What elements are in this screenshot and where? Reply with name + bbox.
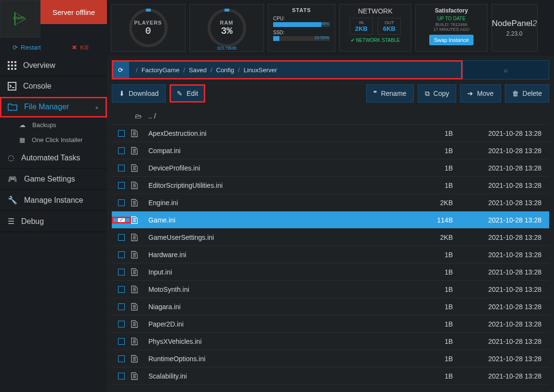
brand-name: NodePanel bbox=[492, 19, 532, 28]
file-name: Hardware.ini bbox=[145, 251, 414, 259]
table-row[interactable]: MotoSynth.ini 1B 2021-10-28 13:28 bbox=[112, 281, 549, 298]
table-row[interactable]: RuntimeOptions.ini 1B 2021-10-28 13:28 bbox=[112, 350, 549, 367]
table-row[interactable]: ApexDestruction.ini 1B 2021-10-28 13:28 bbox=[112, 125, 549, 142]
file-size: 2KB bbox=[414, 199, 462, 207]
file-icon bbox=[131, 216, 145, 224]
sidebar-item-overview[interactable]: Overview bbox=[0, 55, 107, 76]
checkbox[interactable] bbox=[118, 130, 125, 137]
quote-icon: ❞ bbox=[373, 90, 377, 97]
kill-button[interactable]: ✖ Kill bbox=[53, 38, 107, 57]
breadcrumb-seg[interactable]: Config bbox=[216, 66, 235, 74]
brand-version: 2.23.0 bbox=[506, 30, 522, 37]
edit-label: Edit bbox=[186, 90, 198, 97]
checkbox[interactable] bbox=[118, 251, 125, 258]
file-size: 1B bbox=[414, 320, 462, 328]
sidebar-item-manage[interactable]: 🔧 Manage Instance bbox=[0, 190, 107, 211]
cpu-pct: 84.86% bbox=[314, 21, 329, 26]
download-button[interactable]: ⬇ Download bbox=[112, 84, 166, 103]
checkbox[interactable]: ✔ bbox=[118, 217, 125, 223]
checkbox[interactable] bbox=[118, 147, 125, 154]
copy-button[interactable]: ⧉ Copy bbox=[418, 84, 457, 103]
sidebar-item-backups[interactable]: ☁ Backups bbox=[0, 118, 107, 132]
swap-instance-button[interactable]: Swap Instance bbox=[429, 35, 474, 45]
checkbox[interactable] bbox=[118, 199, 125, 206]
file-size: 114B bbox=[414, 216, 462, 224]
checkbox[interactable] bbox=[118, 373, 125, 379]
file-date: 2021-10-28 13:28 bbox=[462, 164, 549, 172]
ssd-pct: 10.59% bbox=[314, 35, 329, 40]
checkbox[interactable] bbox=[118, 234, 125, 241]
move-label: Move bbox=[477, 90, 493, 97]
rename-button[interactable]: ❞ Rename bbox=[366, 84, 414, 103]
table-row[interactable]: ✔ Game.ini 114B 2021-10-28 13:28 bbox=[112, 211, 549, 229]
file-size: 1B bbox=[414, 338, 462, 345]
refresh-icon[interactable]: ⟳ bbox=[112, 60, 129, 79]
trash-icon: 🗑 bbox=[512, 90, 519, 97]
start-button[interactable]: START bbox=[0, 0, 40, 38]
sidebar-item-label: File Manager bbox=[24, 103, 69, 111]
server-status: Server offline bbox=[40, 0, 107, 24]
restart-label: Restart bbox=[21, 44, 41, 51]
table-row[interactable]: Hardware.ini 1B 2021-10-28 13:28 bbox=[112, 246, 549, 263]
sidebar-item-console[interactable]: Console bbox=[0, 76, 107, 97]
copy-icon: ⧉ bbox=[425, 90, 430, 98]
svg-rect-5 bbox=[14, 65, 16, 66]
checkbox[interactable] bbox=[118, 355, 125, 362]
updir-row[interactable]: 🗁 .. / bbox=[112, 107, 549, 125]
checkbox[interactable] bbox=[118, 303, 125, 310]
sidebar-item-gamesettings[interactable]: 🎮 Game Settings bbox=[0, 169, 107, 190]
checkbox[interactable] bbox=[118, 321, 125, 327]
table-row[interactable]: Engine.ini 2KB 2021-10-28 13:28 bbox=[112, 194, 549, 211]
file-icon bbox=[131, 182, 145, 189]
breadcrumb-seg[interactable]: FactoryGame bbox=[142, 66, 180, 74]
move-button[interactable]: ➔ Move bbox=[460, 84, 501, 103]
svg-rect-7 bbox=[11, 68, 13, 70]
checkbox[interactable] bbox=[118, 269, 125, 275]
svg-rect-3 bbox=[8, 65, 10, 66]
brand-suffix: 2 bbox=[532, 19, 537, 28]
sidebar-item-debug[interactable]: ☰ Debug bbox=[0, 211, 107, 232]
file-name: MotoSynth.ini bbox=[145, 286, 414, 293]
delete-button[interactable]: 🗑 Delete bbox=[505, 84, 549, 103]
table-row[interactable]: EditorScriptingUtilities.ini 1B 2021-10-… bbox=[112, 177, 549, 194]
file-date: 2021-10-28 13:28 bbox=[462, 338, 549, 345]
table-row[interactable]: GameUserSettings.ini 2KB 2021-10-28 13:2… bbox=[112, 229, 549, 246]
breadcrumb-seg[interactable]: LinuxServer bbox=[244, 66, 277, 74]
file-icon bbox=[131, 320, 145, 328]
table-row[interactable]: Scalability.ini 1B 2021-10-28 13:28 bbox=[112, 367, 549, 385]
table-row[interactable]: Compat.ini 1B 2021-10-28 13:28 bbox=[112, 142, 549, 159]
sidebar-item-label: One Click Installer bbox=[32, 136, 82, 144]
breadcrumb[interactable]: ⟳ / FactoryGame / Saved / Config / Linux… bbox=[112, 60, 462, 79]
file-date: 2021-10-28 13:28 bbox=[462, 268, 549, 276]
breadcrumb-seg[interactable]: Saved bbox=[189, 66, 207, 74]
sidebar-item-automated[interactable]: ◌ Automated Tasks bbox=[0, 147, 107, 169]
ram-value: 3% bbox=[221, 26, 232, 37]
table-row[interactable]: DeviceProfiles.ini 1B 2021-10-28 13:28 bbox=[112, 159, 549, 177]
sidebar-item-label: Overview bbox=[23, 61, 55, 70]
sidebar-item-oneclick[interactable]: ▦ One Click Installer bbox=[0, 132, 107, 147]
file-size: 2KB bbox=[414, 234, 462, 241]
sidebar-item-file-manager[interactable]: File Manager ▲ bbox=[0, 97, 107, 118]
file-date: 2021-10-28 13:28 bbox=[462, 234, 549, 241]
checkbox[interactable] bbox=[118, 165, 125, 171]
file-size: 1B bbox=[414, 147, 462, 155]
file-icon bbox=[131, 303, 145, 311]
table-row[interactable]: Niagara.ini 1B 2021-10-28 13:28 bbox=[112, 298, 549, 315]
restart-button[interactable]: ⟳ Restart bbox=[0, 38, 53, 57]
file-date: 2021-10-28 13:28 bbox=[462, 286, 549, 293]
checkbox[interactable] bbox=[118, 338, 125, 345]
ram-sub: 323.79MB bbox=[217, 46, 237, 51]
search-input[interactable]: ⌕ bbox=[462, 60, 549, 79]
table-row[interactable]: Paper2D.ini 1B 2021-10-28 13:28 bbox=[112, 315, 549, 333]
table-row[interactable]: Input.ini 1B 2021-10-28 13:28 bbox=[112, 263, 549, 281]
edit-button[interactable]: ✎ Edit bbox=[170, 84, 205, 103]
game-build: BUILD: 7612466 bbox=[419, 22, 484, 27]
checkbox[interactable] bbox=[118, 286, 125, 293]
network-title: NETWORK bbox=[343, 7, 408, 15]
checkbox[interactable] bbox=[118, 182, 125, 189]
stats-title: STATS bbox=[273, 7, 330, 13]
file-size: 1B bbox=[414, 130, 462, 137]
start-label: START bbox=[13, 16, 24, 20]
table-row[interactable]: PhysXVehicles.ini 1B 2021-10-28 13:28 bbox=[112, 333, 549, 350]
players-value: 0 bbox=[145, 26, 151, 37]
